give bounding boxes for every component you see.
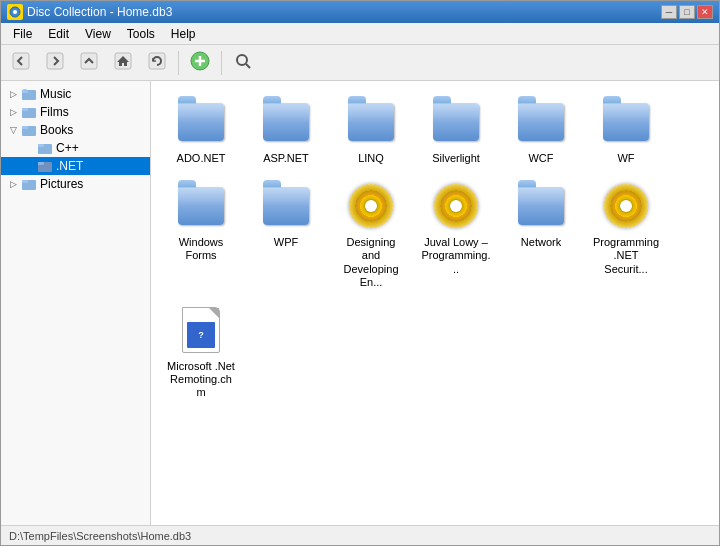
menu-view[interactable]: View <box>77 25 119 43</box>
cpp-folder-icon <box>37 140 53 156</box>
menu-tools[interactable]: Tools <box>119 25 163 43</box>
sidebar-item-cpp[interactable]: C++ <box>1 139 150 157</box>
sidebar-label-dotnet: .NET <box>56 159 83 173</box>
back-icon <box>12 52 30 73</box>
svg-rect-4 <box>81 53 97 69</box>
adonet-icon <box>177 96 225 148</box>
tree-toggle-films: ▷ <box>5 104 21 120</box>
adonet-label: ADO.NET <box>177 152 226 165</box>
file-item-wf[interactable]: WF <box>586 91 666 170</box>
aspnet-icon <box>262 96 310 148</box>
file-item-network[interactable]: Network <box>501 175 581 294</box>
file-item-adonet[interactable]: ADO.NET <box>161 91 241 170</box>
network-label: Network <box>521 236 561 249</box>
home-button[interactable] <box>107 49 139 77</box>
file-area: ADO.NET ASP.NET LINQ <box>151 81 719 525</box>
file-item-wpf[interactable]: WPF <box>246 175 326 294</box>
file-item-designing[interactable]: Designing and Developing En... <box>331 175 411 294</box>
file-item-wcf[interactable]: WCF <box>501 91 581 170</box>
sidebar-label-cpp: C++ <box>56 141 79 155</box>
aspnet-label: ASP.NET <box>263 152 309 165</box>
linq-label: LINQ <box>358 152 384 165</box>
forward-button[interactable] <box>39 49 71 77</box>
sidebar-item-dotnet[interactable]: .NET <box>1 157 150 175</box>
maximize-button[interactable]: □ <box>679 5 695 19</box>
programming-label: Programming .NET Securit... <box>591 236 661 276</box>
menu-file[interactable]: File <box>5 25 40 43</box>
wcf-icon <box>517 96 565 148</box>
films-folder-icon <box>21 104 37 120</box>
minimize-button[interactable]: ─ <box>661 5 677 19</box>
svg-point-1 <box>13 10 17 14</box>
main-window: Disc Collection - Home.db3 ─ □ ✕ File Ed… <box>0 0 720 546</box>
remoting-label: Microsoft .Net Remoting.chm <box>166 360 236 400</box>
title-controls: ─ □ ✕ <box>661 5 713 19</box>
up-button[interactable] <box>73 49 105 77</box>
tree-toggle-pictures: ▷ <box>5 176 21 192</box>
sidebar-item-pictures[interactable]: ▷ Pictures <box>1 175 150 193</box>
svg-rect-13 <box>22 108 28 111</box>
search-icon <box>234 52 252 73</box>
sidebar-label-films: Films <box>40 105 69 119</box>
sidebar-label-music: Music <box>40 87 71 101</box>
svg-line-9 <box>246 64 250 68</box>
winforms-label: Windows Forms <box>166 236 236 262</box>
sidebar-item-music[interactable]: ▷ Music <box>1 85 150 103</box>
network-icon <box>517 180 565 232</box>
wpf-icon <box>262 180 310 232</box>
add-icon <box>189 50 211 75</box>
close-button[interactable]: ✕ <box>697 5 713 19</box>
file-item-juval[interactable]: Juval Lowy – Programming... <box>416 175 496 294</box>
menu-help[interactable]: Help <box>163 25 204 43</box>
programming-icon <box>602 180 650 232</box>
juval-icon <box>432 180 480 232</box>
designing-icon <box>347 180 395 232</box>
file-item-aspnet[interactable]: ASP.NET <box>246 91 326 170</box>
forward-icon <box>46 52 64 73</box>
svg-rect-11 <box>22 90 28 93</box>
file-item-silverlight[interactable]: Silverlight <box>416 91 496 170</box>
svg-point-8 <box>237 55 247 65</box>
books-folder-icon <box>21 122 37 138</box>
status-bar: D:\TempFiles\Screenshots\Home.db3 <box>1 525 719 545</box>
title-bar: Disc Collection - Home.db3 ─ □ ✕ <box>1 1 719 23</box>
file-grid: ADO.NET ASP.NET LINQ <box>161 91 709 405</box>
svg-rect-2 <box>13 53 29 69</box>
svg-rect-6 <box>149 53 165 69</box>
back-button[interactable] <box>5 49 37 77</box>
wcf-label: WCF <box>528 152 553 165</box>
file-item-winforms[interactable]: Windows Forms <box>161 175 241 294</box>
designing-label: Designing and Developing En... <box>336 236 406 289</box>
tree-toggle-books: ▽ <box>5 122 21 138</box>
sidebar: ▷ Music ▷ <box>1 81 151 525</box>
file-item-programming[interactable]: Programming .NET Securit... <box>586 175 666 294</box>
pictures-folder-icon <box>21 176 37 192</box>
linq-icon <box>347 96 395 148</box>
sidebar-label-books: Books <box>40 123 73 137</box>
file-item-linq[interactable]: LINQ <box>331 91 411 170</box>
dotnet-folder-icon <box>37 158 53 174</box>
add-button[interactable] <box>184 49 216 77</box>
file-item-remoting[interactable]: ? Microsoft .Net Remoting.chm <box>161 299 241 405</box>
music-folder-icon <box>21 86 37 102</box>
silverlight-label: Silverlight <box>432 152 480 165</box>
tree-toggle-dotnet <box>21 158 37 174</box>
main-content: ▷ Music ▷ <box>1 81 719 525</box>
wf-label: WF <box>617 152 634 165</box>
tree-toggle-music: ▷ <box>5 86 21 102</box>
home-icon <box>114 52 132 73</box>
toolbar-separator-1 <box>178 51 179 75</box>
menu-edit[interactable]: Edit <box>40 25 77 43</box>
up-icon <box>80 52 98 73</box>
remoting-icon: ? <box>177 304 225 356</box>
winforms-icon <box>177 180 225 232</box>
silverlight-icon <box>432 96 480 148</box>
sidebar-item-books[interactable]: ▽ Books <box>1 121 150 139</box>
toolbar-separator-2 <box>221 51 222 75</box>
window-title: Disc Collection - Home.db3 <box>27 5 172 19</box>
chm-badge: ? <box>187 322 215 348</box>
search-button[interactable] <box>227 49 259 77</box>
sidebar-item-films[interactable]: ▷ Films <box>1 103 150 121</box>
refresh-button[interactable] <box>141 49 173 77</box>
toolbar <box>1 45 719 81</box>
